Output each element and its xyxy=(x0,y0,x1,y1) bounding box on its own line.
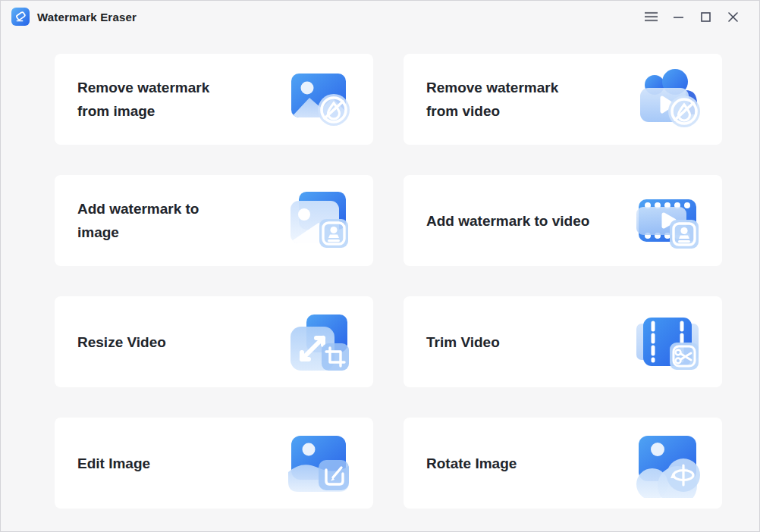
resize-video-icon xyxy=(284,307,353,377)
menu-button[interactable] xyxy=(641,7,661,27)
card-add-watermark-to-image[interactable]: Add watermark to image xyxy=(55,175,373,266)
window-controls xyxy=(641,7,749,27)
card-label: Add watermark to image xyxy=(77,197,284,244)
watermark-eraser-window: { "window": { "title": "Watermark Eraser… xyxy=(0,0,760,532)
card-label: Edit Image xyxy=(77,452,284,475)
card-label: Rotate Image xyxy=(426,452,633,475)
card-rotate-image[interactable]: Rotate Image xyxy=(404,418,722,509)
card-remove-watermark-from-image[interactable]: Remove watermark from image xyxy=(55,54,373,145)
window-title: Watermark Eraser xyxy=(37,11,137,23)
minimize-button[interactable] xyxy=(668,7,688,27)
maximize-button[interactable] xyxy=(696,7,715,27)
card-trim-video[interactable]: Trim Video xyxy=(404,296,722,387)
trim-video-icon xyxy=(633,307,702,377)
card-edit-image[interactable]: Edit Image xyxy=(55,418,373,509)
titlebar: Watermark Eraser xyxy=(1,1,759,33)
close-button[interactable] xyxy=(723,7,743,27)
add-watermark-to-video-icon xyxy=(633,186,702,255)
card-remove-watermark-from-video[interactable]: Remove watermark from video xyxy=(404,54,722,145)
card-label: Trim Video xyxy=(426,330,633,354)
edit-image-icon xyxy=(284,428,353,498)
card-add-watermark-to-video[interactable]: Add watermark to video xyxy=(404,175,722,266)
card-label: Remove watermark from video xyxy=(426,76,633,123)
card-label: Resize Video xyxy=(77,330,284,354)
menu-icon xyxy=(645,11,658,22)
add-watermark-to-image-icon xyxy=(284,186,353,255)
card-label: Add watermark to video xyxy=(426,209,633,233)
rotate-image-icon xyxy=(633,428,702,498)
remove-watermark-from-video-icon xyxy=(633,64,702,134)
feature-grid: Remove watermark from image xyxy=(1,33,759,509)
remove-watermark-from-image-icon xyxy=(284,64,353,134)
maximize-icon xyxy=(701,12,711,22)
card-label: Remove watermark from image xyxy=(77,76,284,123)
card-resize-video[interactable]: Resize Video xyxy=(55,296,373,387)
close-icon xyxy=(728,12,738,22)
eraser-icon xyxy=(11,8,30,26)
minimize-icon xyxy=(674,12,683,22)
